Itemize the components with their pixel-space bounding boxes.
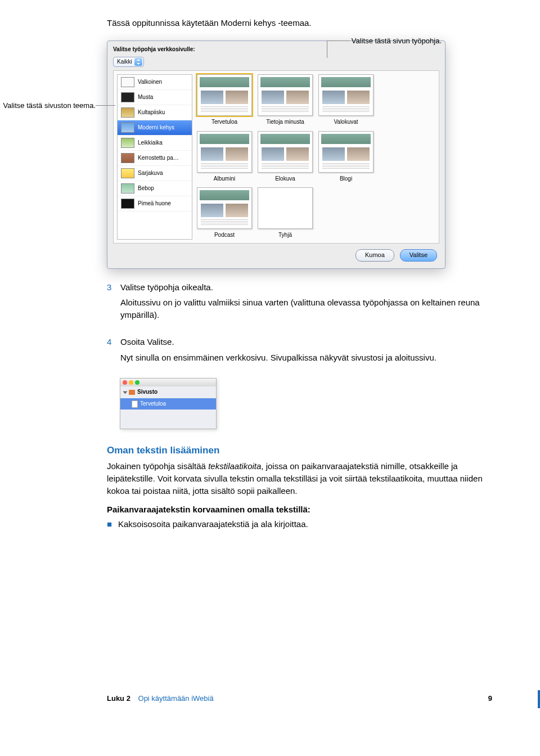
minimize-icon[interactable] [129,380,133,385]
template-thumb-selected[interactable] [197,74,252,116]
section-paragraph: Jokainen työpohja sisältää tekstilaatiko… [107,460,492,497]
page-footer: Luku 2 Opi käyttämään iWebiä 9 [0,694,540,704]
theme-list[interactable]: Valkoinen Musta Kultapiisku Moderni kehy… [117,74,192,240]
theme-item-selected[interactable]: Moderni kehys [118,120,192,136]
template-label: Tietoja minusta [256,118,314,127]
zoom-icon[interactable] [135,380,140,385]
section-heading: Oman tekstin lisääminen [107,444,492,458]
template-thumb[interactable] [197,187,252,229]
bullet-text: Kaksoisosoita paikanvaraajatekstiä ja al… [118,518,308,530]
footer-rule [538,690,540,708]
theme-item[interactable]: Kerrostettu pa… [118,151,192,166]
sidebar-item-label: Tervetuloa [140,400,166,408]
page-icon [132,400,138,408]
chapter-label: Luku 2 [107,694,130,703]
subsection-heading: Paikanvaraajatekstin korvaaminen omalla … [107,503,492,516]
template-grid: Tervetuloa Tietoja minusta Valokuvat Alb… [196,74,435,240]
step-4-sub: Nyt sinulla on ensimmäinen verkkosivu. S… [120,352,492,364]
theme-item[interactable]: Bebop [118,181,192,196]
category-select-value: Kaikki [117,58,132,66]
template-label: Elokuva [256,175,314,183]
chapter-title: Opi käyttämään iWebiä [138,694,214,703]
folder-icon [129,390,135,395]
dialog-prompt: Valitse työpohja verkkosivulle: [113,46,195,54]
sidebar-page-item-selected[interactable]: Tervetuloa [120,398,216,410]
theme-item[interactable]: Musta [118,90,192,105]
template-label: Podcast [196,231,253,240]
callout-top: Valitse tästä sivun työpohja. [352,36,442,47]
bullet-icon: ■ [107,518,112,530]
step-3-text: Valitse työpohja oikealta. [120,281,492,294]
close-icon[interactable] [123,380,127,385]
step-4-text: Osoita Valitse. [120,336,492,348]
template-thumb[interactable] [197,131,252,173]
page-number: 9 [488,694,492,704]
disclosure-icon [123,391,128,394]
chevrons-icon [134,58,142,66]
theme-item[interactable]: Kultapiisku [118,105,192,120]
category-select[interactable]: Kaikki [113,57,144,67]
window-titlebar [120,379,216,386]
template-label: Blogi [317,175,375,183]
theme-item[interactable]: Sarjakuva [118,166,192,181]
template-label: Valokuvat [317,118,375,127]
sidebar-mini-screenshot: Sivusto Tervetuloa [120,378,217,429]
step-number: 3 [107,281,115,330]
sidebar-site-item[interactable]: Sivusto [120,386,216,398]
callout-left: Valitse tästä sivuston teema. [0,101,96,111]
theme-item[interactable]: Leikkiaika [118,136,192,151]
intro-text: Tässä oppitunnissa käytetään Moderni keh… [107,17,492,29]
template-thumb[interactable] [258,131,313,173]
template-label: Albumini [196,175,253,183]
template-thumb[interactable] [258,74,313,116]
step-3-sub: Aloitussivu on jo valittu valmiiksi sinu… [120,296,492,321]
cancel-button[interactable]: Kumoa [356,249,394,262]
template-thumb[interactable] [258,187,313,229]
theme-item[interactable]: Valkoinen [118,75,192,90]
choose-button[interactable]: Valitse [400,249,437,262]
sidebar-item-label: Sivusto [137,388,158,397]
template-label: Tyhjä [256,231,314,240]
template-thumb[interactable] [318,74,374,116]
template-label: Tervetuloa [196,118,253,127]
theme-item[interactable]: Pimeä huone [118,196,192,212]
step-number: 4 [107,336,115,373]
template-thumb[interactable] [318,131,374,173]
template-chooser-dialog: Valitse työpohja verkkosivulle: Kaikki V… [107,40,446,269]
